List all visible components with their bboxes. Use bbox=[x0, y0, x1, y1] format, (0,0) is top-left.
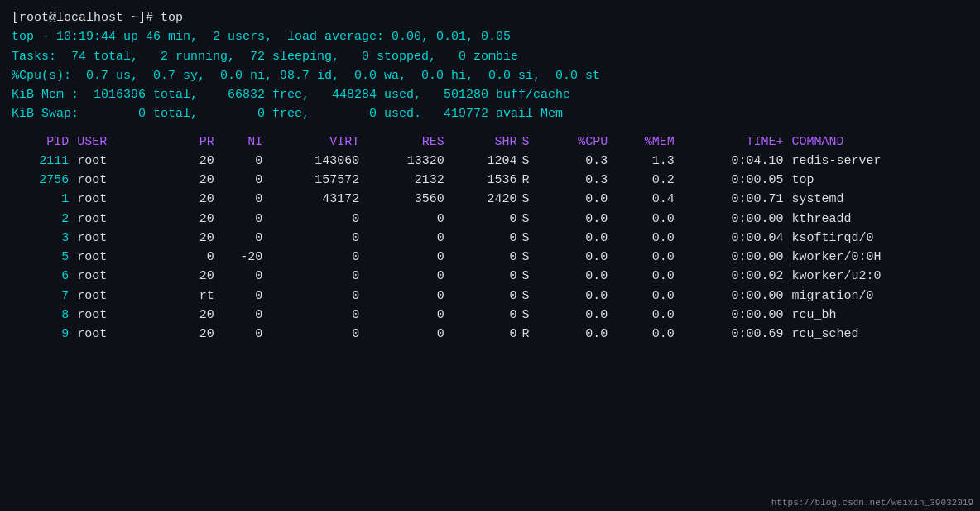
terminal-window: [root@localhost ~]# top top - 10:19:44 u… bbox=[0, 0, 980, 511]
col-shr: SHR bbox=[448, 133, 521, 152]
table-row: 3root200000S0.00.00:00.04ksoftirqd/0 bbox=[12, 229, 968, 248]
col-time: TIME+ bbox=[678, 133, 787, 152]
table-row: 2111root200143060133201204S0.31.30:04.10… bbox=[12, 152, 968, 171]
prompt-line: [root@localhost ~]# top bbox=[12, 8, 968, 27]
column-header-row: PID USER PR NI VIRT RES SHR S %CPU %MEM … bbox=[12, 133, 968, 152]
col-mem: %MEM bbox=[611, 133, 677, 152]
process-table: PID USER PR NI VIRT RES SHR S %CPU %MEM … bbox=[12, 133, 968, 345]
watermark: https://blog.csdn.net/weixin_39032019 bbox=[771, 498, 973, 508]
swap-line: KiB Swap: 0 total, 0 free, 0 used. 41977… bbox=[12, 104, 968, 123]
col-user: USER bbox=[72, 133, 169, 152]
table-row: 1root2004317235602420S0.00.40:00.71syste… bbox=[12, 190, 968, 209]
col-virt: VIRT bbox=[266, 133, 363, 152]
top-header-line: top - 10:19:44 up 46 min, 2 users, load … bbox=[12, 27, 968, 46]
mem-line: KiB Mem : 1016396 total, 66832 free, 448… bbox=[12, 85, 968, 104]
table-row: 5root0-20000S0.00.00:00.00kworker/0:0H bbox=[12, 248, 968, 267]
cpu-line: %Cpu(s): 0.7 us, 0.7 sy, 0.0 ni, 98.7 id… bbox=[12, 66, 968, 85]
table-row: 2root200000S0.00.00:00.00kthreadd bbox=[12, 210, 968, 229]
col-pid: PID bbox=[12, 133, 72, 152]
col-res: RES bbox=[363, 133, 447, 152]
col-cpu: %CPU bbox=[545, 133, 611, 152]
table-row: 6root200000S0.00.00:00.02kworker/u2:0 bbox=[12, 267, 968, 286]
table-row: 8root200000S0.00.00:00.00rcu_bh bbox=[12, 306, 968, 325]
col-pr: PR bbox=[169, 133, 218, 152]
col-s: S bbox=[521, 133, 545, 152]
table-row: 2756root20015757221321536R0.30.20:00.05t… bbox=[12, 171, 968, 190]
col-ni: NI bbox=[218, 133, 267, 152]
table-row: 9root200000R0.00.00:00.69rcu_sched bbox=[12, 325, 968, 344]
col-command: COMMAND bbox=[786, 133, 968, 152]
tasks-line: Tasks: 74 total, 2 running, 72 sleeping,… bbox=[12, 47, 968, 66]
table-row: 7rootrt0000S0.00.00:00.00migration/0 bbox=[12, 287, 968, 306]
